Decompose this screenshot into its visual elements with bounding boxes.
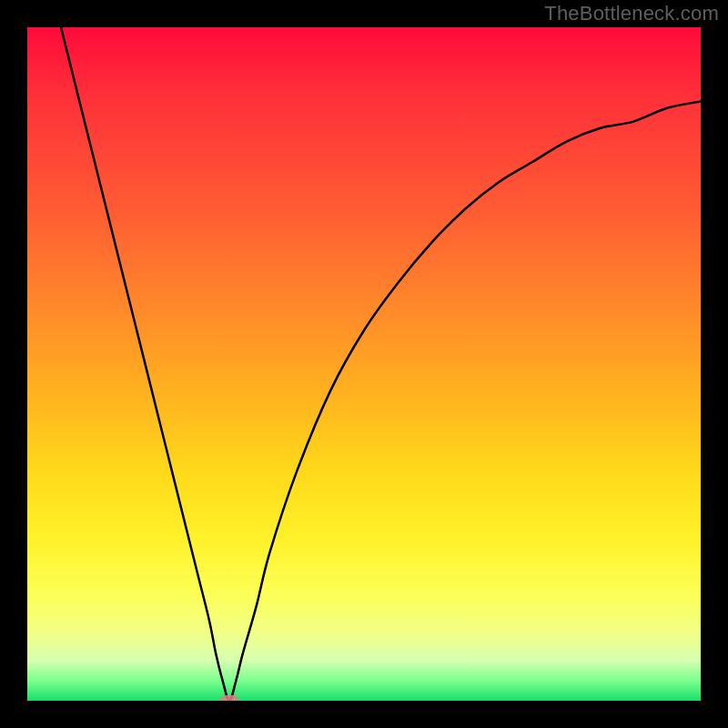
watermark-text: TheBottleneck.com: [544, 2, 719, 25]
plot-area: [27, 27, 701, 701]
bottleneck-curve: [27, 27, 701, 701]
chart-frame: TheBottleneck.com: [0, 0, 728, 728]
minimum-marker: [219, 695, 239, 702]
